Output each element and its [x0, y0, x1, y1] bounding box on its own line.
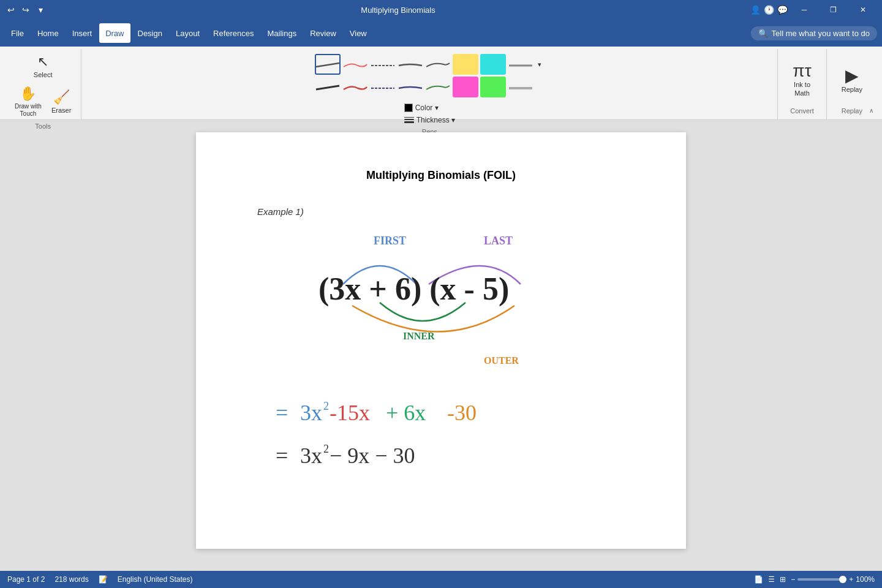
select-icon: ↖	[37, 54, 48, 70]
status-bar: Page 1 of 2 218 words 📝 English (United …	[0, 571, 882, 588]
pen-9[interactable]	[315, 77, 341, 97]
pen-12[interactable]	[398, 77, 423, 97]
math-area: Example 1) FIRST LAST INNER OUTER	[245, 206, 637, 474]
svg-text:3x: 3x	[300, 443, 322, 468]
color-button[interactable]: Color ▾	[402, 102, 458, 113]
pen-11[interactable]	[370, 77, 396, 97]
tools-row: ✋ Draw withTouch 🧹 Eraser	[10, 81, 76, 123]
tools-group: ↖ Select ✋ Draw withTouch 🧹 Eraser Tools	[5, 49, 81, 119]
color-thickness-panel: Color ▾ Thickness ▾	[397, 100, 462, 128]
tools-label: Tools	[35, 123, 51, 132]
pen-13[interactable]	[425, 77, 451, 97]
status-bar-right: 📄 ☰ ⊞ − + 100%	[754, 575, 875, 584]
pen-10[interactable]	[342, 77, 368, 97]
pen-16[interactable]	[508, 77, 533, 97]
convert-tools: πτ Ink toMath	[788, 51, 816, 107]
pen-15[interactable]	[480, 77, 506, 97]
pens-group: ▾	[81, 49, 778, 119]
minimize-button[interactable]: ─	[790, 0, 818, 20]
pen-3[interactable]	[370, 54, 396, 75]
ribbon: ↖ Select ✋ Draw withTouch 🧹 Eraser Tools	[0, 47, 882, 120]
menu-file[interactable]: File	[5, 23, 30, 43]
language: English (United States)	[118, 575, 193, 584]
history-icon[interactable]: 🕐	[763, 4, 775, 16]
title-bar-right: 👤 🕐 💬 ─ ❐ ✕	[750, 0, 877, 20]
draw-with-touch-button[interactable]: ✋ Draw withTouch	[12, 83, 44, 120]
zoom-in-button[interactable]: +	[849, 575, 853, 584]
menu-review[interactable]: Review	[304, 23, 342, 43]
close-button[interactable]: ✕	[849, 0, 877, 20]
restore-button[interactable]: ❐	[820, 0, 848, 20]
zoom-out-button[interactable]: −	[791, 575, 795, 584]
pen-2[interactable]	[342, 54, 368, 75]
menu-insert[interactable]: Insert	[66, 23, 99, 43]
menu-references[interactable]: References	[207, 23, 260, 43]
line2-svg: = 3x 2 − 9x − 30	[257, 431, 625, 474]
line1-svg: = 3x 2 -15x + 6x -30	[257, 388, 625, 431]
svg-rect-3	[481, 62, 505, 67]
ink-to-math-button[interactable]: πτ Ink toMath	[788, 59, 816, 99]
comments-icon[interactable]: 💬	[777, 4, 789, 16]
redo-icon[interactable]: ↪	[20, 4, 32, 16]
ribbon-collapse-button[interactable]: ∧	[865, 105, 877, 115]
edit-mode-icon[interactable]: 📝	[99, 575, 108, 584]
tell-me-text: Tell me what you want to do	[772, 29, 870, 38]
account-icon[interactable]: 👤	[750, 4, 762, 16]
pen-row-1: ▾	[315, 54, 544, 75]
zoom-slider[interactable]	[797, 578, 846, 581]
svg-text:LAST: LAST	[484, 235, 513, 247]
title-bar-left: ↩ ↪ ▾	[5, 4, 47, 16]
pen-more-button[interactable]: ▾	[535, 61, 544, 69]
menu-bar: File Home Insert Draw Design Layout Refe…	[0, 20, 882, 47]
tell-me-search[interactable]: 🔍 Tell me what you want to do	[751, 26, 877, 40]
svg-text:OUTER: OUTER	[484, 355, 519, 366]
draw-touch-label: Draw withTouch	[15, 103, 42, 118]
svg-text:2: 2	[323, 400, 329, 412]
eraser-button[interactable]: 🧹 Eraser	[49, 87, 74, 116]
pen-7[interactable]	[480, 54, 506, 75]
svg-text:2: 2	[323, 443, 329, 455]
pen-14[interactable]	[453, 77, 478, 97]
tools-buttons: ↖ Select	[31, 51, 55, 81]
select-button[interactable]: ↖ Select	[31, 51, 55, 81]
menu-view[interactable]: View	[344, 23, 373, 43]
pen-8[interactable]	[508, 54, 533, 75]
pen-5[interactable]	[425, 54, 451, 75]
svg-text:=: =	[276, 443, 288, 468]
zoom-control: − + 100%	[791, 575, 875, 584]
pen-4[interactable]	[398, 54, 423, 75]
pen-6[interactable]	[453, 54, 478, 75]
svg-text:(3x + 6) (x - 5): (3x + 6) (x - 5)	[318, 271, 509, 307]
pen-row-2	[315, 77, 544, 97]
draw-touch-icon: ✋	[20, 86, 36, 102]
menu-design[interactable]: Design	[132, 23, 168, 43]
undo-icon[interactable]: ↩	[5, 4, 17, 16]
ink-replay-button[interactable]: ▶ Replay	[837, 63, 867, 96]
layout-icon-2[interactable]: ☰	[768, 575, 775, 584]
menu-draw[interactable]: Draw	[99, 23, 130, 43]
svg-text:3x: 3x	[300, 401, 322, 425]
menu-mailings[interactable]: Mailings	[262, 23, 303, 43]
ink-to-math-icon: πτ	[793, 61, 811, 81]
thickness-label: Thickness ▾	[417, 116, 455, 124]
thickness-indicator	[404, 117, 414, 123]
page-info: Page 1 of 2	[7, 575, 45, 584]
view-mode-icon[interactable]: ⊞	[780, 575, 786, 584]
svg-text:INNER: INNER	[403, 331, 435, 341]
customize-icon[interactable]: ▾	[34, 4, 47, 16]
convert-icons-row: πτ Ink toMath	[788, 51, 816, 107]
replay-label: Replay	[842, 107, 862, 117]
menu-bar-right: 🔍 Tell me what you want to do	[751, 26, 877, 40]
menu-home[interactable]: Home	[31, 23, 65, 43]
convert-group: πτ Ink toMath Convert	[778, 49, 826, 119]
pen-1[interactable]	[315, 54, 341, 75]
menu-layout[interactable]: Layout	[170, 23, 206, 43]
svg-text:-15x: -15x	[330, 401, 370, 425]
replay-icon: ▶	[845, 66, 859, 86]
layout-icon-1[interactable]: 📄	[754, 575, 763, 584]
thickness-button[interactable]: Thickness ▾	[402, 115, 458, 126]
document: Multiplying Binomials (FOIL) Example 1) …	[196, 132, 686, 549]
color-indicator	[404, 104, 413, 112]
search-icon: 🔍	[758, 29, 768, 38]
replay-label: Replay	[842, 86, 862, 93]
